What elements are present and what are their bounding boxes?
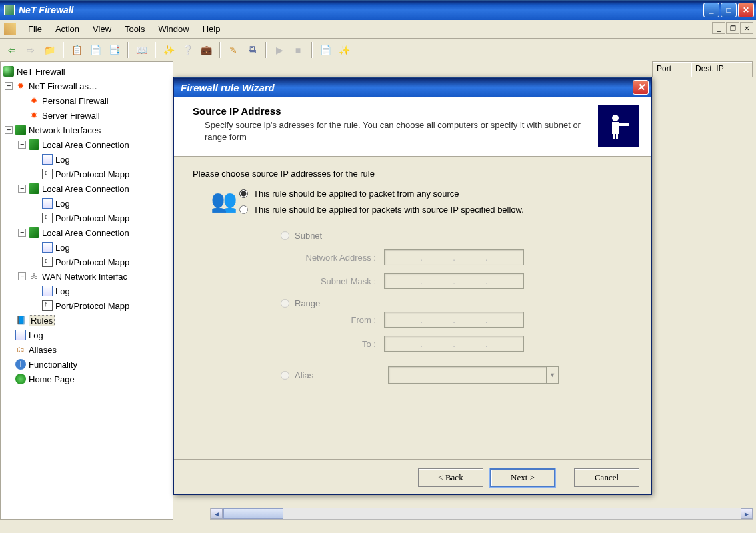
- fire-icon: ✹: [29, 95, 39, 106]
- info-icon[interactable]: ❔: [179, 42, 195, 58]
- collapse-icon[interactable]: −: [18, 272, 26, 280]
- select-alias: ▼: [388, 366, 559, 384]
- tree-log-root[interactable]: Log: [1, 328, 173, 342]
- menu-help[interactable]: Help: [196, 21, 227, 37]
- tree-wan-log[interactable]: Log: [1, 284, 173, 298]
- collapse-icon[interactable]: −: [18, 141, 26, 149]
- svg-rect-4: [616, 134, 618, 139]
- dialog-close-button[interactable]: ✕: [633, 80, 649, 95]
- back-button[interactable]: < Back: [418, 468, 483, 487]
- tree-wan-ppm[interactable]: Port/Protocol Mapp: [1, 298, 173, 313]
- firewall-rule-wizard-dialog: Firewall rule Wizard ✕ Source IP Address…: [173, 77, 652, 495]
- network-icon: [29, 139, 39, 150]
- wizard-person-icon: [598, 105, 639, 147]
- label-from: From :: [281, 315, 384, 325]
- tree-home-page[interactable]: Home Page: [1, 372, 173, 386]
- dialog-heading: Source IP Address: [193, 105, 598, 117]
- label-to: To :: [281, 339, 384, 349]
- tree-lan2-log[interactable]: Log: [1, 196, 173, 211]
- new-doc-icon[interactable]: 📄: [317, 42, 333, 58]
- tree-wan[interactable]: − 🖧 WAN Network Interfac: [1, 269, 173, 284]
- tree-lan-3[interactable]: − Local Area Connection: [1, 225, 173, 240]
- tree-lan-1[interactable]: − Local Area Connection: [1, 137, 173, 152]
- col-port[interactable]: Port: [653, 62, 691, 77]
- mapping-icon: [42, 257, 53, 267]
- menu-file[interactable]: File: [21, 21, 49, 37]
- radio-range: [281, 299, 289, 308]
- toolbar: ⇦ ⇨ 📁 📋 📄 📑 📖 ✨ ❔ 💼 ✎ 🖶 ▶ ■ 📄 ✨: [0, 39, 756, 61]
- dialog-header: Source IP Address Specify source ip's ad…: [174, 97, 651, 157]
- minimize-button[interactable]: _: [703, 3, 719, 17]
- tree-firewall-as[interactable]: − ✹ NeT Firewall as…: [1, 79, 173, 93]
- tree-pane[interactable]: NeT Firewall − ✹ NeT Firewall as… ✹ Pers…: [0, 61, 173, 520]
- dialog-footer: < Back Next > Cancel: [174, 460, 651, 494]
- wan-icon: 🖧: [29, 271, 39, 282]
- forward-button: ⇨: [23, 42, 39, 58]
- collapse-icon[interactable]: −: [18, 229, 26, 237]
- people-icon: 👥: [209, 185, 239, 216]
- collapse-icon[interactable]: −: [18, 185, 26, 193]
- mapping-icon: [42, 300, 53, 311]
- input-range-to: ...: [384, 336, 524, 352]
- input-range-from: ...: [384, 312, 524, 328]
- tree-lan-2[interactable]: − Local Area Connection: [1, 181, 173, 196]
- cancel-button[interactable]: Cancel: [574, 468, 639, 487]
- svg-rect-3: [613, 134, 615, 139]
- shield-icon: [3, 66, 14, 77]
- briefcase-icon[interactable]: 💼: [198, 42, 214, 58]
- log-icon: [42, 286, 53, 296]
- radio-specified-source[interactable]: This rule should be applied for packets …: [239, 201, 633, 217]
- close-button[interactable]: ✕: [738, 3, 754, 17]
- tree-lan2-ppm[interactable]: Port/Protocol Mapp: [1, 211, 173, 225]
- new-rule-icon[interactable]: ✨: [161, 42, 177, 58]
- next-button[interactable]: Next >: [490, 468, 555, 487]
- tree-network-interfaces[interactable]: − Network Interfaces: [1, 123, 173, 137]
- collapse-icon[interactable]: −: [5, 82, 13, 90]
- radio-any-source[interactable]: This rule should be applied to packet fr…: [239, 185, 633, 201]
- mdi-close-button[interactable]: ✕: [740, 22, 753, 34]
- export-list-button[interactable]: 📑: [106, 42, 122, 58]
- mdi-restore-button[interactable]: ❐: [726, 22, 739, 34]
- network-icon: [29, 227, 39, 238]
- scroll-thumb[interactable]: [223, 508, 283, 519]
- col-destip[interactable]: Dest. IP: [691, 62, 753, 77]
- maximize-button[interactable]: □: [721, 3, 737, 17]
- tree-lan1-ppm[interactable]: Port/Protocol Mapp: [1, 167, 173, 181]
- help-button[interactable]: 📖: [133, 42, 149, 58]
- tree-personal-firewall[interactable]: ✹ Personal Firewall: [1, 93, 173, 108]
- menu-tools[interactable]: Tools: [118, 21, 151, 37]
- tree-lan3-ppm[interactable]: Port/Protocol Mapp: [1, 255, 173, 269]
- rules-icon: 📘: [15, 315, 26, 326]
- scroll-left-button[interactable]: ◄: [211, 508, 223, 519]
- edit-icon[interactable]: ✎: [225, 42, 241, 58]
- tree-root[interactable]: NeT Firewall: [1, 64, 173, 79]
- menu-window[interactable]: Window: [151, 21, 195, 37]
- network-icon: [15, 125, 26, 135]
- print-icon[interactable]: 🖶: [244, 42, 260, 58]
- up-folder-button[interactable]: 📁: [41, 42, 57, 58]
- dialog-title: Firewall rule Wizard: [181, 82, 633, 93]
- main-titlebar: NeT Firewall _ □ ✕: [0, 0, 756, 20]
- collapse-icon[interactable]: −: [5, 126, 13, 134]
- svg-rect-2: [619, 123, 629, 126]
- tree-functionality[interactable]: i Functionality: [1, 357, 173, 372]
- mapping-icon: [42, 169, 53, 179]
- tree-server-firewall[interactable]: ✹ Server Firewall: [1, 108, 173, 123]
- dialog-titlebar: Firewall rule Wizard ✕: [174, 77, 651, 97]
- tree-rules[interactable]: 📘 Rules: [1, 313, 173, 328]
- wizard-icon[interactable]: ✨: [336, 42, 352, 58]
- menu-action[interactable]: Action: [49, 21, 86, 37]
- horizontal-scrollbar[interactable]: ◄ ►: [210, 508, 753, 520]
- tree-lan3-log[interactable]: Log: [1, 240, 173, 255]
- radio-any-source-input[interactable]: [239, 189, 248, 198]
- back-button[interactable]: ⇦: [4, 42, 20, 58]
- tree-aliases[interactable]: 🗂 Aliases: [1, 342, 173, 357]
- mdi-minimize-button[interactable]: _: [712, 22, 725, 34]
- mapping-icon: [42, 213, 53, 223]
- tree-lan1-log[interactable]: Log: [1, 152, 173, 167]
- log-icon: [42, 242, 53, 253]
- radio-specified-source-input[interactable]: [239, 205, 248, 214]
- menu-view[interactable]: View: [86, 21, 118, 37]
- scroll-right-button[interactable]: ►: [741, 508, 753, 519]
- stop-button: ■: [290, 42, 306, 58]
